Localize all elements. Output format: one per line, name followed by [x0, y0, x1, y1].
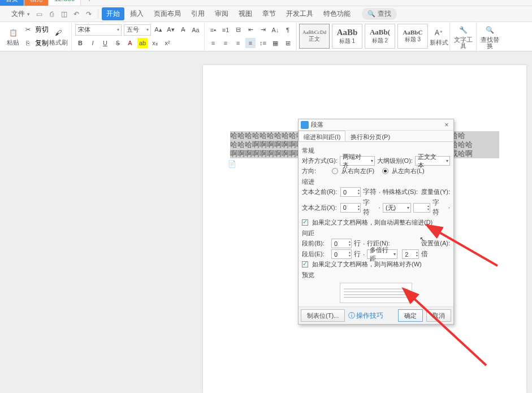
shrink-font-icon[interactable]: A▾: [166, 25, 176, 35]
font-color-button[interactable]: A: [125, 38, 135, 48]
space-before-input[interactable]: 0: [331, 239, 352, 248]
bullets-icon[interactable]: ≡•: [208, 25, 218, 35]
grow-font-icon[interactable]: A▴: [153, 25, 163, 35]
print-icon[interactable]: ⎙: [47, 10, 56, 19]
style-h1-name: 标题 1: [339, 37, 355, 45]
file-menu[interactable]: 文件: [9, 9, 32, 19]
findrep-button[interactable]: 🔍 查找替换: [480, 23, 499, 50]
redo-icon[interactable]: ↷: [84, 10, 93, 19]
line-spacing-icon[interactable]: ↕≡: [258, 38, 268, 48]
style-h2[interactable]: AaBb( 标题 2: [365, 24, 395, 49]
menu-start[interactable]: 开始: [102, 7, 124, 20]
undo-icon[interactable]: ↶: [72, 10, 81, 19]
align-combo[interactable]: 两端对齐: [340, 156, 375, 166]
bold-button[interactable]: B: [75, 38, 85, 48]
italic-button[interactable]: I: [88, 38, 98, 48]
dialog-body: 常规 对齐方式(G): 两端对齐 大纲级别(O): 正文文本 方向: 从右向左(…: [299, 142, 453, 306]
section-indent: 缩进: [302, 178, 450, 186]
paste-button[interactable]: 📋 粘贴: [3, 23, 23, 50]
indent-dec-icon[interactable]: ⇤: [245, 25, 256, 35]
ribbon-paragraph: ≡• ≡1 ⊟ ⇤ ⇥ A↓ ¶ ≡ ≡ ≡ ≡ ↕≡ ▦ ⊞: [205, 22, 297, 51]
space-before-label: 段前(B):: [302, 239, 329, 248]
tab-document[interactable]: 12.doc: [49, 0, 81, 6]
menu-view[interactable]: 视图: [234, 9, 257, 19]
newstyle-button[interactable]: A⁺ 新样式: [429, 22, 448, 51]
save-icon[interactable]: ▭: [34, 10, 44, 19]
multilevel-icon[interactable]: ⊟: [233, 25, 243, 35]
align-center-icon[interactable]: ≡: [220, 38, 231, 48]
tabstops-button[interactable]: 制表位(T)...: [301, 309, 345, 322]
superscript-button[interactable]: x²: [162, 38, 172, 48]
dialog-tab-break[interactable]: 换行和分页(P): [345, 131, 395, 141]
tab-home[interactable]: 首页: [0, 0, 24, 6]
style-normal-preview: AaBbCcDd: [302, 29, 326, 35]
dialog-tab-indent[interactable]: 缩进和间距(I): [299, 131, 345, 141]
ok-button[interactable]: 确定: [398, 309, 423, 322]
snap-grid-check[interactable]: [302, 261, 308, 267]
after-text-input[interactable]: 0: [340, 203, 361, 213]
doc-tab-label: 12.doc: [54, 0, 75, 3]
page-icon: 📄: [228, 160, 236, 168]
dialog-app-icon: [301, 121, 309, 129]
search-icon: 🔍: [367, 10, 375, 18]
copy-icon[interactable]: ⎘: [23, 38, 33, 48]
style-h1[interactable]: AaBb 标题 1: [332, 24, 362, 49]
strike-button[interactable]: S̶: [113, 38, 123, 48]
cancel-button[interactable]: 取消: [426, 309, 451, 322]
menu-separator: [98, 10, 98, 19]
direction-ltr-radio[interactable]: [382, 168, 388, 174]
align-justify-icon[interactable]: ≡: [245, 38, 256, 48]
style-normal[interactable]: AaBbCcDd 正文: [299, 24, 330, 49]
font-size-combo[interactable]: 五号: [124, 24, 151, 36]
format-painter-label: 格式刷: [49, 40, 68, 46]
line-unit-2: 行: [354, 249, 361, 259]
line-spacing-combo[interactable]: 多倍行距: [367, 249, 397, 259]
tips-label: 操作技巧: [356, 311, 383, 321]
dialog-tabs: 缩进和间距(I) 换行和分页(P): [299, 131, 453, 142]
direction-rtl-radio[interactable]: [332, 168, 338, 174]
menu-special[interactable]: 特色功能: [319, 9, 355, 19]
align-right-icon[interactable]: ≡: [233, 38, 243, 48]
set-value-unit: 倍: [421, 249, 428, 259]
borders-icon[interactable]: ⊞: [283, 38, 293, 48]
format-painter-button[interactable]: 🖌 格式刷: [49, 23, 68, 50]
shading-icon[interactable]: ▦: [270, 38, 280, 48]
indent-inc-icon[interactable]: ⇥: [258, 25, 268, 35]
font-name-combo[interactable]: 宋体: [75, 24, 122, 36]
sort-icon[interactable]: A↓: [270, 25, 280, 35]
preview-box: [340, 283, 412, 303]
menubar: 文件 ▭ ⎙ ◫ ↶ ↷ 开始 插入 页面布局 引用 审阅 视图 章节 开发工具…: [0, 6, 532, 22]
clear-format-icon[interactable]: A̶: [178, 25, 188, 35]
tips-link[interactable]: ⓘ操作技巧: [348, 311, 383, 321]
style-h3[interactable]: AaBbC 标题 3: [397, 24, 428, 49]
set-value-input[interactable]: 2: [402, 249, 419, 259]
menu-chapter[interactable]: 章节: [258, 9, 280, 19]
cut-icon[interactable]: ✂: [23, 25, 33, 35]
menu-insert[interactable]: 插入: [126, 9, 148, 19]
preview-icon[interactable]: ◫: [59, 10, 68, 19]
outline-combo[interactable]: 正文文本: [415, 156, 450, 166]
dialog-titlebar[interactable]: 段落 ×: [299, 119, 453, 131]
before-text-input[interactable]: 0: [340, 187, 361, 197]
dialog-close-button[interactable]: ×: [442, 121, 451, 129]
underline-button[interactable]: U: [100, 38, 110, 48]
tab-daoke[interactable]: 稻壳: [24, 0, 49, 6]
menu-devtools[interactable]: 开发工具: [282, 9, 318, 19]
align-left-icon[interactable]: ≡: [208, 38, 218, 48]
tab-add[interactable]: +: [81, 0, 98, 6]
change-case-icon[interactable]: Aa: [191, 25, 201, 35]
menu-pagelayout[interactable]: 页面布局: [149, 9, 185, 19]
auto-indent-check[interactable]: [302, 219, 308, 226]
subscript-button[interactable]: x₂: [150, 38, 160, 48]
texttool-button[interactable]: 🔧 文字工具: [453, 23, 473, 50]
menu-review[interactable]: 审阅: [210, 9, 233, 19]
space-after-input[interactable]: 0: [331, 249, 352, 259]
menu-search[interactable]: 🔍 查找: [362, 8, 397, 20]
metric-input[interactable]: [413, 203, 430, 213]
special-combo[interactable]: (无): [383, 203, 411, 213]
highlight-button[interactable]: ab: [137, 38, 148, 48]
menu-reference[interactable]: 引用: [187, 9, 209, 19]
numbering-icon[interactable]: ≡1: [220, 25, 231, 35]
showmarks-icon[interactable]: ¶: [283, 25, 293, 35]
mouse-cursor-icon: ↖: [419, 235, 425, 243]
